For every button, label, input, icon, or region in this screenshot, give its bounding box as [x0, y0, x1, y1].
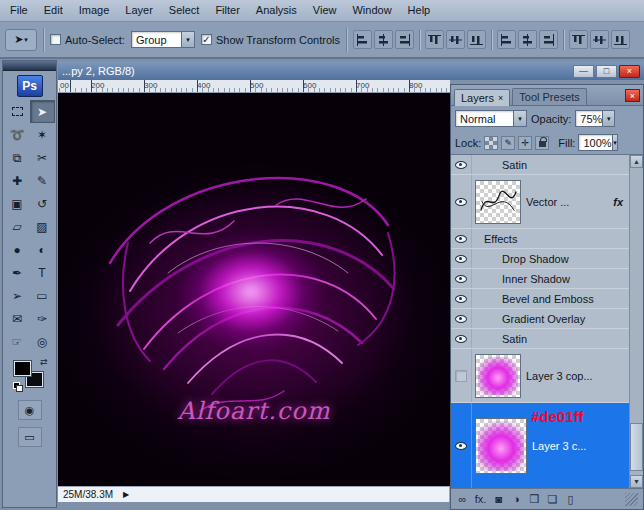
menu-view[interactable]: View — [305, 1, 345, 20]
visibility-cell[interactable] — [451, 309, 472, 328]
rectangular-marquee-tool[interactable] — [5, 100, 30, 123]
align-bottom-edges-button[interactable] — [395, 30, 414, 49]
foreground-color-swatch[interactable] — [14, 361, 31, 376]
default-colors-icon[interactable] — [13, 382, 23, 392]
swap-colors-icon[interactable]: ⇄ — [40, 357, 48, 367]
layer-row-layer3[interactable]: Layer 3 c...#de01ff — [451, 403, 629, 488]
align-vertical-centers-button[interactable] — [374, 30, 393, 49]
distribute-right-edges-button[interactable] — [611, 30, 630, 49]
layer-thumbnail[interactable] — [475, 354, 521, 398]
add-layer-mask-button[interactable]: ◙ — [492, 491, 505, 507]
add-layer-style-button[interactable]: fx. — [474, 491, 487, 507]
scrollbar-thumb[interactable] — [630, 423, 643, 471]
history-brush-tool[interactable]: ↺ — [30, 192, 55, 215]
distribute-horizontal-centers-button[interactable] — [590, 30, 609, 49]
photoshop-logo[interactable]: Ps — [17, 75, 43, 97]
layers-scrollbar[interactable]: ▲ ▼ — [629, 155, 643, 488]
pen-tool[interactable]: ✒ — [5, 261, 30, 284]
effect-row-inner-shadow[interactable]: Inner Shadow — [451, 269, 629, 289]
new-layer-button[interactable]: ❏ — [546, 491, 559, 507]
tool-preset-picker[interactable]: ➤ ▾ — [5, 29, 37, 51]
clone-stamp-tool[interactable]: ▣ — [5, 192, 30, 215]
effect-row-bevel-and-emboss[interactable]: Bevel and Emboss — [451, 289, 629, 309]
status-popup-arrow[interactable]: ▶ — [123, 490, 129, 499]
visibility-cell[interactable] — [451, 349, 472, 402]
hand-tool[interactable]: ☞ — [5, 330, 30, 353]
menu-edit[interactable]: Edit — [36, 1, 71, 20]
distribute-vertical-centers-button[interactable] — [518, 30, 537, 49]
dodge-tool[interactable]: ◐ — [30, 238, 55, 261]
delete-layer-button[interactable]: ▯ — [564, 491, 577, 507]
align-right-edges-button[interactable] — [467, 30, 486, 49]
lasso-tool[interactable]: ➰ — [5, 123, 30, 146]
menu-select[interactable]: Select — [161, 1, 208, 20]
shape-tool[interactable]: ▭ — [30, 284, 55, 307]
lock-pixels-button[interactable]: ✎ — [501, 136, 515, 150]
layer-style-fx-badge[interactable]: fx — [613, 196, 623, 208]
show-transform-option[interactable]: ✓ Show Transform Controls — [201, 34, 340, 46]
visibility-cell[interactable] — [451, 329, 472, 348]
screen-mode-button[interactable]: ▭ — [18, 427, 42, 447]
link-layers-button[interactable]: ∞ — [456, 491, 469, 507]
effect-row-gradient-overlay[interactable]: Gradient Overlay — [451, 309, 629, 329]
zoom-tool[interactable]: ◎ — [30, 330, 55, 353]
minimize-button[interactable]: — — [573, 65, 594, 78]
effect-row-satin-upper[interactable]: Satin — [451, 155, 629, 175]
eyedropper-tool[interactable]: ✑ — [30, 307, 55, 330]
auto-select-option[interactable]: Auto-Select: — [50, 34, 125, 46]
menu-window[interactable]: Window — [344, 1, 399, 20]
crop-tool[interactable]: ⧉ — [5, 146, 30, 169]
toolbox-titlebar[interactable] — [3, 61, 56, 71]
path-selection-tool[interactable]: ➢ — [5, 284, 30, 307]
effects-header-row[interactable]: Effects — [451, 229, 629, 249]
visibility-cell[interactable] — [451, 269, 472, 288]
blur-tool[interactable]: ● — [5, 238, 30, 261]
distribute-left-edges-button[interactable] — [569, 30, 588, 49]
opacity-field[interactable]: 75% ▾ — [575, 110, 615, 127]
auto-select-scope-dropdown[interactable]: Group ▾ — [131, 31, 195, 48]
effect-row-satin[interactable]: Satin — [451, 329, 629, 349]
visibility-cell[interactable] — [451, 175, 472, 228]
visibility-cell[interactable] — [451, 289, 472, 308]
tab-layers[interactable]: Layers × — [454, 89, 510, 106]
layer-thumbnail[interactable] — [475, 180, 521, 224]
layer-row-vector[interactable]: Vector ...fx — [451, 175, 629, 229]
show-transform-checkbox[interactable]: ✓ — [201, 34, 212, 45]
healing-brush-tool[interactable]: ✚ — [5, 169, 30, 192]
menu-help[interactable]: Help — [400, 1, 439, 20]
layer-row-layer3-copy[interactable]: Layer 3 cop... — [451, 349, 629, 403]
align-horizontal-centers-button[interactable] — [446, 30, 465, 49]
type-tool[interactable]: T — [30, 261, 55, 284]
gradient-tool[interactable]: ▨ — [30, 215, 55, 238]
quick-mask-button[interactable]: ◉ — [18, 400, 42, 420]
menu-layer[interactable]: Layer — [117, 1, 161, 20]
distribute-top-edges-button[interactable] — [497, 30, 516, 49]
move-tool[interactable]: ➤ — [30, 100, 55, 123]
menu-analysis[interactable]: Analysis — [248, 1, 305, 20]
menu-image[interactable]: Image — [71, 1, 118, 20]
scroll-up-button[interactable]: ▲ — [630, 155, 643, 168]
new-adjustment-layer-button[interactable]: ◑ — [510, 491, 523, 507]
document-titlebar[interactable]: ...py 2, RGB/8) — □ × — [58, 62, 644, 80]
visibility-cell[interactable] — [451, 249, 472, 268]
fill-field[interactable]: 100% ▾ — [578, 134, 618, 151]
slice-tool[interactable]: ✂ — [30, 146, 55, 169]
canvas[interactable]: Alfoart.com — [58, 93, 450, 486]
visibility-cell[interactable] — [451, 229, 472, 248]
panel-resize-grip[interactable] — [625, 493, 638, 506]
scroll-down-button[interactable]: ▼ — [630, 475, 643, 488]
visibility-cell[interactable] — [451, 403, 472, 488]
auto-select-checkbox[interactable] — [50, 34, 61, 45]
visibility-cell[interactable] — [451, 155, 472, 174]
lock-all-button[interactable] — [535, 136, 549, 150]
eraser-tool[interactable]: ▱ — [5, 215, 30, 238]
panel-close-button[interactable]: × — [625, 89, 640, 102]
magic-wand-tool[interactable]: ✶ — [30, 123, 55, 146]
menu-file[interactable]: File — [2, 1, 36, 20]
new-group-button[interactable]: ❒ — [528, 491, 541, 507]
notes-tool[interactable]: ✉ — [5, 307, 30, 330]
tab-tool-presets[interactable]: Tool Presets — [512, 88, 587, 105]
menu-filter[interactable]: Filter — [207, 1, 247, 20]
maximize-button[interactable]: □ — [596, 65, 617, 78]
blend-mode-dropdown[interactable]: Normal ▾ — [455, 110, 527, 127]
